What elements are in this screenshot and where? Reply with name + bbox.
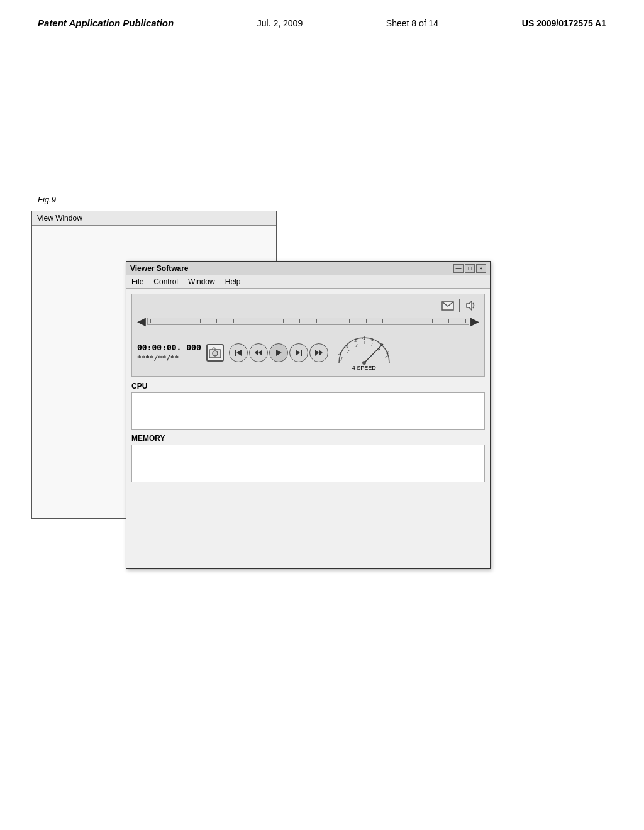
play-icon: [274, 348, 283, 357]
rewind-icon: [254, 348, 263, 357]
svg-text:-2: -2: [353, 338, 357, 343]
outer-window-titlebar: View Window: [32, 211, 276, 226]
inner-window: Viewer Software — □ × File Control Windo…: [126, 261, 491, 569]
svg-point-3: [213, 351, 218, 356]
rewind-button[interactable]: [249, 343, 268, 362]
play-next-button[interactable]: [289, 343, 308, 362]
timeline-left-arrow[interactable]: ◀: [137, 314, 146, 328]
divider-icon: [459, 299, 460, 312]
svg-rect-11: [301, 350, 302, 356]
cpu-label: CPU: [131, 382, 485, 390]
svg-text:1: 1: [371, 337, 374, 341]
svg-marker-9: [276, 350, 282, 356]
skip-back-icon: [234, 348, 243, 357]
header-title: Patent Application Publication: [38, 18, 174, 28]
window-controls: — □ ×: [453, 264, 486, 273]
play-button[interactable]: [269, 343, 288, 362]
timeline-row: ◀ ▶: [137, 314, 479, 328]
svg-text:3: 3: [386, 350, 389, 355]
controls-row: 00:00:00. 000 ****/**/**: [137, 335, 479, 371]
header-date: Jul. 2, 2009: [257, 18, 303, 28]
player-area: ◀ ▶ 00:00:00. 000 ****/**/**: [131, 294, 485, 377]
svg-text:-1: -1: [362, 336, 365, 340]
inner-window-title: Viewer Software: [130, 264, 188, 273]
svg-rect-4: [213, 348, 215, 350]
svg-marker-12: [315, 350, 319, 356]
cpu-section: CPU: [131, 382, 485, 430]
player-top-icons: [137, 299, 479, 312]
svg-marker-6: [236, 350, 242, 356]
figure-label: Fig.9: [38, 195, 56, 204]
svg-marker-8: [255, 350, 258, 356]
skip-back-button[interactable]: [229, 343, 248, 362]
memory-label: MEMORY: [131, 434, 485, 443]
speed-area: -4 -3 -2 -1 1 2: [336, 335, 392, 371]
inner-titlebar: Viewer Software — □ ×: [126, 262, 490, 275]
svg-marker-10: [296, 350, 300, 356]
envelope-icon: [441, 301, 454, 311]
camera-svg: [209, 347, 221, 358]
menu-control[interactable]: Control: [153, 277, 178, 286]
svg-marker-13: [319, 350, 323, 356]
transport-buttons: [229, 343, 328, 362]
speaker-icon: [465, 300, 477, 311]
memory-bar: [131, 445, 485, 482]
svg-text:-4: -4: [338, 351, 341, 356]
speed-label: 4 SPEED: [352, 365, 376, 371]
speed-dial-svg: -4 -3 -2 -1 1 2: [336, 335, 392, 365]
svg-line-18: [356, 344, 357, 347]
timeline-ticks: [148, 319, 469, 323]
timecode-date: ****/**/**: [137, 353, 201, 363]
svg-rect-5: [235, 350, 236, 356]
minimize-button[interactable]: —: [453, 264, 464, 273]
close-button[interactable]: ×: [476, 264, 486, 273]
timeline-right-arrow[interactable]: ▶: [470, 314, 479, 328]
svg-marker-7: [258, 350, 262, 356]
fast-forward-icon: [314, 348, 323, 357]
svg-line-22: [372, 343, 372, 346]
header-patent-number: US 2009/0172575 A1: [522, 18, 606, 28]
timecode-display: 00:00:00. 000 ****/**/**: [137, 342, 201, 363]
camera-icon: [206, 344, 224, 362]
svg-line-26: [385, 355, 387, 358]
svg-line-14: [341, 357, 342, 361]
fast-forward-button[interactable]: [309, 343, 328, 362]
menu-file[interactable]: File: [131, 277, 143, 286]
outer-window-title: View Window: [37, 214, 82, 223]
svg-line-28: [364, 344, 383, 363]
svg-line-16: [347, 350, 349, 353]
menubar: File Control Window Help: [126, 275, 490, 289]
play-next-icon: [294, 348, 303, 357]
header-sheet: Sheet 8 of 14: [386, 18, 438, 28]
menu-help[interactable]: Help: [225, 277, 241, 286]
svg-marker-1: [467, 301, 472, 310]
svg-text:-3: -3: [344, 345, 348, 349]
timecode-value: 00:00:00. 000: [137, 342, 201, 353]
maximize-button[interactable]: □: [465, 264, 475, 273]
patent-header: Patent Application Publication Jul. 2, 2…: [0, 0, 644, 35]
cpu-bar: [131, 392, 485, 430]
timeline-track[interactable]: [147, 318, 469, 325]
menu-window[interactable]: Window: [188, 277, 215, 286]
memory-section: MEMORY: [131, 434, 485, 482]
